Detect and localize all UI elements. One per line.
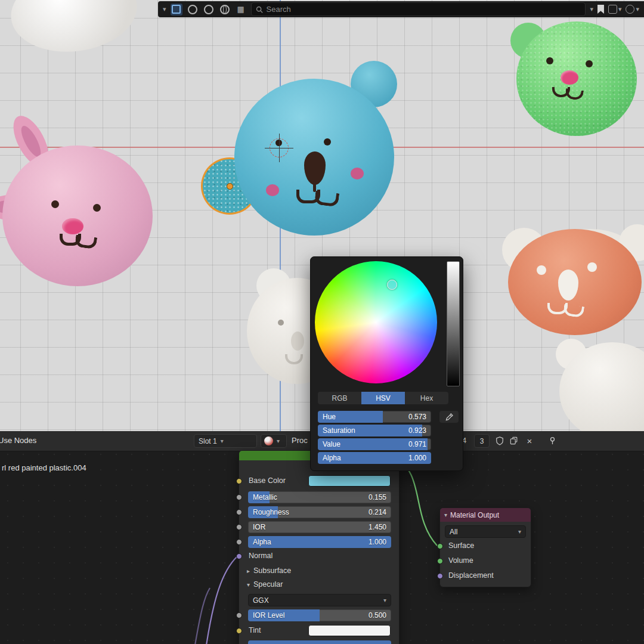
koala-cheek-right bbox=[351, 168, 364, 179]
koala-eye-right bbox=[324, 138, 331, 145]
ior-slider[interactable]: IOR1.450 bbox=[248, 521, 391, 533]
bunny-eye-right bbox=[93, 204, 101, 212]
shading-material-icon[interactable] bbox=[187, 4, 199, 16]
socket-ior-level[interactable] bbox=[236, 612, 242, 618]
socket-normal[interactable] bbox=[236, 553, 242, 559]
wire-bsdf-surface bbox=[394, 458, 437, 546]
output-node-title: Material Output bbox=[450, 511, 499, 519]
search-icon bbox=[256, 6, 263, 13]
displacement-label: Displacement bbox=[448, 571, 494, 580]
volume-label: Volume bbox=[448, 556, 473, 565]
color-wheel[interactable] bbox=[315, 261, 437, 383]
roughness-slider[interactable]: Roughness0.214 bbox=[248, 506, 391, 518]
overlay-toggle-icon[interactable]: ▦ bbox=[235, 4, 247, 16]
socket-roughness[interactable] bbox=[236, 509, 242, 515]
shading-rendered-icon[interactable] bbox=[219, 4, 231, 16]
base-color-swatch[interactable] bbox=[308, 475, 391, 487]
color-picker-popup: RGB HSV Hex Hue 0.573 Saturation 0.923 V… bbox=[310, 256, 463, 471]
eyedropper-button[interactable] bbox=[439, 411, 459, 423]
partial-slider-bottom[interactable] bbox=[248, 640, 391, 644]
surface-label: Surface bbox=[448, 541, 474, 550]
search-input[interactable]: Search bbox=[251, 2, 586, 16]
slot-dropdown[interactable]: Slot 1▾ bbox=[194, 434, 257, 448]
hue-slider[interactable]: Hue 0.573 bbox=[318, 411, 431, 423]
eyedropper-icon bbox=[445, 413, 453, 421]
chevron-right-icon: ▸ bbox=[247, 568, 250, 574]
material-sphere-icon bbox=[264, 436, 273, 445]
value-slider-vertical[interactable] bbox=[447, 261, 460, 386]
base-color-label: Base Color bbox=[249, 476, 286, 485]
socket-metallic[interactable] bbox=[236, 494, 242, 500]
output-target-dropdown[interactable]: All▾ bbox=[445, 525, 526, 538]
bunny-eye-left bbox=[51, 200, 59, 208]
node-material-output[interactable]: ▾ Material Output All▾ Surface Volume Di… bbox=[439, 507, 531, 587]
material-preview-dropdown[interactable]: ▾ bbox=[261, 434, 287, 448]
whitebear-mid-eye bbox=[278, 320, 284, 326]
normal-label: Normal bbox=[249, 552, 273, 560]
koala-cheek-left bbox=[266, 184, 279, 196]
shading-preview-icon[interactable] bbox=[203, 4, 215, 16]
fake-user-shield-icon[interactable] bbox=[494, 435, 506, 447]
search-placeholder: Search bbox=[267, 5, 291, 14]
character-pink-bunny[interactable] bbox=[2, 145, 153, 286]
wire-normal-2 bbox=[195, 588, 210, 644]
saturation-slider[interactable]: Saturation 0.923 bbox=[318, 425, 431, 436]
socket-surface[interactable] bbox=[437, 543, 443, 549]
wire-normal bbox=[206, 556, 237, 644]
whitebear-mid-nose bbox=[291, 332, 304, 351]
alpha-slider[interactable]: Alpha 1.000 bbox=[318, 452, 431, 464]
subsurface-section[interactable]: ▸ Subsurface bbox=[247, 566, 291, 575]
copy-material-icon[interactable] bbox=[508, 435, 520, 447]
bookmark-icon[interactable] bbox=[597, 5, 604, 14]
ior-level-slider[interactable]: IOR Level0.500 bbox=[248, 609, 391, 621]
chevron-down-icon[interactable]: ▾ bbox=[163, 6, 166, 13]
orangekoala-eye-left bbox=[537, 265, 546, 275]
node-principled-bsdf[interactable]: Base Color Metallic0.155 Roughness0.214 … bbox=[239, 450, 400, 644]
greenbear-eye-left bbox=[546, 57, 553, 64]
cursor-3d[interactable] bbox=[270, 138, 289, 157]
shading-dropdown[interactable]: ▾ bbox=[626, 5, 639, 14]
orangekoala-eye-right bbox=[587, 262, 597, 272]
tab-hex[interactable]: Hex bbox=[405, 392, 448, 404]
color-wheel-indicator[interactable] bbox=[387, 280, 397, 290]
greenbear-eye-right bbox=[586, 60, 593, 67]
gizmo-dropdown-icon[interactable]: ▾ bbox=[590, 6, 593, 13]
greenbear-nose bbox=[561, 70, 578, 85]
bunny-nose bbox=[62, 218, 83, 234]
output-node-header[interactable]: ▾ Material Output bbox=[440, 508, 531, 522]
tint-swatch[interactable] bbox=[308, 625, 391, 636]
alpha-slider[interactable]: Alpha1.000 bbox=[248, 536, 391, 548]
tab-rgb[interactable]: RGB bbox=[318, 392, 361, 404]
socket-base-color[interactable] bbox=[236, 478, 242, 484]
socket-volume[interactable] bbox=[437, 558, 443, 564]
users-count-button[interactable]: 3 bbox=[474, 434, 490, 448]
chevron-down-icon: ▾ bbox=[247, 581, 250, 588]
socket-displacement[interactable] bbox=[437, 573, 443, 579]
chevron-down-icon: ▾ bbox=[444, 512, 447, 518]
viewport-header: ▾ ▦ Search ▾ ▾ ▾ bbox=[158, 1, 644, 17]
pin-icon[interactable] bbox=[546, 435, 558, 447]
socket-ior[interactable] bbox=[236, 524, 242, 530]
tab-hsv[interactable]: HSV bbox=[361, 392, 405, 404]
blender-app: ▾ ▦ Search ▾ ▾ ▾ Use Nodes Slot 1▾ ▾ Pro bbox=[0, 0, 644, 644]
origin-point bbox=[227, 183, 233, 190]
socket-alpha[interactable] bbox=[236, 539, 242, 545]
unlink-x-icon[interactable]: × bbox=[524, 435, 535, 447]
material-name-partial[interactable]: Proc bbox=[292, 436, 308, 445]
character-white-blob-topleft[interactable] bbox=[7, 0, 142, 58]
shading-solid-icon[interactable] bbox=[171, 4, 182, 16]
specular-section[interactable]: ▾ Specular bbox=[247, 580, 283, 589]
overlays-dropdown[interactable]: ▾ bbox=[608, 5, 622, 14]
value-slider[interactable]: Value 0.971 bbox=[318, 438, 431, 450]
tint-label: Tint bbox=[249, 626, 261, 634]
use-nodes-label[interactable]: Use Nodes bbox=[0, 436, 36, 445]
metallic-slider[interactable]: Metallic0.155 bbox=[248, 491, 391, 503]
material-frame-label: rl red painted plastic.004 bbox=[2, 463, 86, 472]
distribution-dropdown[interactable]: GGX▾ bbox=[248, 594, 391, 606]
socket-tint[interactable] bbox=[236, 628, 242, 634]
